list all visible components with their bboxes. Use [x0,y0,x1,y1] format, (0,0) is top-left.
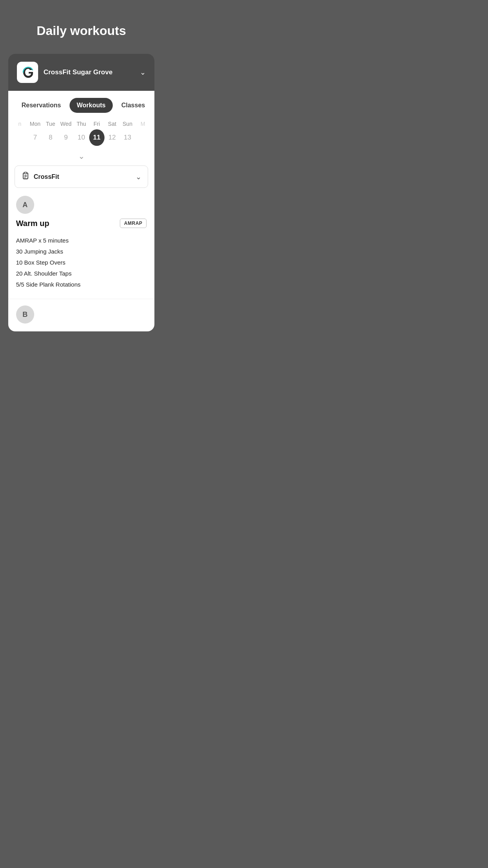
workout-line-4: 20 Alt. Shoulder Taps [16,269,147,278]
tab-classes[interactable]: Classes [114,98,152,113]
section-avatar-a: A [16,196,34,214]
expand-chevron-icon: ⌄ [78,151,85,161]
svg-rect-1 [24,172,27,174]
workout-line-1: AMRAP x 5 minutes [16,236,147,245]
tab-workouts[interactable]: Workouts [70,98,112,113]
workout-header-a: Warm up AMRAP [16,219,147,228]
workout-section-a: A Warm up AMRAP AMRAP x 5 minutes 30 Jum… [8,196,155,289]
date-7[interactable]: 7 [28,129,43,146]
weekday-fri: Fri [89,121,105,127]
weekday-tue: Tue [43,121,58,127]
main-card: CrossFit Sugar Grove ⌄ Reservations Work… [8,54,155,331]
calendar-expand-button[interactable]: ⌄ [8,150,155,166]
calendar: n Mon Tue Wed Thu Fri Sat Sun M 7 8 9 10… [8,118,155,146]
gym-name: CrossFit Sugar Grove [44,68,133,76]
gym-logo [17,62,38,83]
date-8[interactable]: 8 [43,129,58,146]
content-card: Reservations Workouts Classes Ap… n Mon … [8,91,155,331]
workout-type-label: CrossFit [34,173,132,180]
weekday-sat: Sat [105,121,120,127]
workout-line-3: 10 Box Step Overs [16,258,147,267]
weekday-n: n [12,121,28,127]
weekday-mon: Mon [28,121,43,127]
date-11[interactable]: 11 [89,129,105,146]
date-9[interactable]: 9 [58,129,73,146]
date-12[interactable]: 12 [105,129,120,146]
week-dates: 7 8 9 10 11 12 13 [12,129,151,146]
workout-line-2: 30 Jumping Jacks [16,247,147,256]
tab-reservations[interactable]: Reservations [15,98,68,113]
date-next [135,129,150,146]
section-avatar-b: B [16,305,34,324]
workout-details-a: AMRAP x 5 minutes 30 Jumping Jacks 10 Bo… [16,236,147,289]
date-prev [12,129,28,146]
tab-bar: Reservations Workouts Classes Ap… [8,91,155,118]
gym-header[interactable]: CrossFit Sugar Grove ⌄ [8,54,155,91]
date-10[interactable]: 10 [73,129,89,146]
workout-badge-a: AMRAP [120,219,147,228]
weekday-wed: Wed [58,121,73,127]
weekday-m: M [135,121,150,127]
workout-line-5: 5/5 Side Plank Rotations [16,280,147,289]
weekday-labels: n Mon Tue Wed Thu Fri Sat Sun M [12,121,151,127]
section-divider [8,299,155,299]
tab-app[interactable]: Ap… [154,98,154,113]
clipboard-icon [21,171,30,182]
weekday-sun: Sun [120,121,135,127]
workout-type-selector[interactable]: CrossFit ⌄ [15,166,149,188]
workout-title-a: Warm up [16,219,50,228]
page-title: Daily workouts [0,24,163,38]
selector-chevron-icon: ⌄ [136,173,141,181]
weekday-thu: Thu [73,121,89,127]
gym-dropdown-chevron[interactable]: ⌄ [140,68,146,77]
date-13[interactable]: 13 [120,129,135,146]
